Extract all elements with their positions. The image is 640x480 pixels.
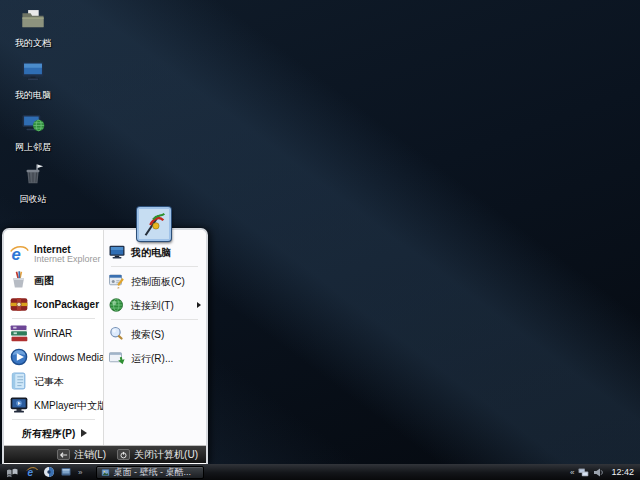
menu-item-label: 运行(R)... — [131, 353, 173, 364]
taskbar-window-button[interactable]: 桌面 - 壁纸 - 桌酷... — [96, 466, 204, 479]
quick-launch-overflow-chevron[interactable]: » — [76, 468, 84, 477]
taskbar-window-button-label: 桌面 - 壁纸 - 桌酷... — [113, 466, 191, 479]
desktop-icon-label: 我的文档 — [15, 37, 51, 50]
quick-launch-show-desktop-icon[interactable] — [59, 466, 72, 479]
start-menu-item-windows-media-player[interactable]: Windows Media Player — [9, 345, 103, 369]
start-menu-item-notepad[interactable]: 记事本 — [9, 369, 103, 393]
menu-item-label: 控制面板(C) — [131, 276, 185, 287]
menu-item-label: WinRAR — [34, 328, 72, 339]
start-menu-left-column: e Internet Internet Explorer 画图 — [4, 230, 103, 445]
all-programs-button[interactable]: 所有程序(P) — [9, 422, 103, 444]
winrar-icon — [9, 323, 29, 343]
desktop-icon-label: 我的电脑 — [15, 89, 51, 102]
network-places-icon — [20, 110, 46, 140]
quick-launch-media-player-icon[interactable] — [42, 466, 55, 479]
start-menu-item-my-computer[interactable]: 我的电脑 — [108, 240, 206, 264]
start-menu-item-paint[interactable]: 画图 — [9, 268, 103, 292]
power-icon — [117, 449, 130, 460]
menu-item-label: KMPlayer中文版 — [34, 400, 107, 411]
start-flag-icon — [6, 467, 19, 478]
all-programs-group: 所有程序(P) — [9, 417, 103, 444]
desktop-icon-label: 网上邻居 — [15, 141, 51, 154]
menu-separator — [111, 266, 198, 267]
menu-item-sublabel: Internet Explorer — [34, 255, 101, 265]
menu-item-label: 搜索(S) — [131, 329, 164, 340]
menu-item-label: 连接到(T) — [131, 300, 174, 311]
desktop-icon-label: 回收站 — [20, 193, 47, 206]
start-menu-footer: 注销(L) 关闭计算机(U) — [4, 446, 206, 463]
search-icon — [108, 325, 126, 343]
start-menu-item-run[interactable]: 运行(R)... — [108, 346, 206, 370]
system-tray: « 12:42 — [570, 467, 637, 478]
desktop-icon-list: 我的文档 我的电脑 网上邻居 回收站 — [4, 6, 62, 214]
paint-icon — [9, 270, 29, 290]
menu-item-label: 画图 — [34, 275, 54, 286]
menu-separator — [12, 318, 95, 319]
my-documents-icon — [20, 6, 46, 36]
tray-overflow-chevron[interactable]: « — [570, 468, 574, 477]
taskbar: e » 桌面 - 壁纸 - 桌酷... « 12:42 — [0, 464, 640, 480]
control-panel-icon — [108, 272, 126, 290]
kmplayer-icon — [9, 395, 29, 415]
internet-explorer-icon: e — [9, 244, 29, 264]
my-computer-icon — [108, 243, 126, 261]
menu-item-label: 记事本 — [34, 376, 64, 387]
quick-launch-internet-explorer-icon[interactable]: e — [25, 466, 38, 479]
menu-separator — [111, 319, 198, 320]
start-menu-right-column: 我的电脑 控制面板(C) 连接到(T) — [103, 230, 206, 445]
my-computer-icon — [20, 58, 46, 88]
connect-to-icon — [108, 296, 126, 314]
start-menu-item-kmplayer[interactable]: KMPlayer中文版 — [9, 393, 103, 417]
taskbar-clock[interactable]: 12:42 — [608, 467, 637, 477]
tray-volume-icon[interactable] — [593, 467, 604, 478]
desktop-icon-my-documents[interactable]: 我的文档 — [4, 6, 62, 58]
start-menu-item-search[interactable]: 搜索(S) — [108, 322, 206, 346]
desktop-icon-network-places[interactable]: 网上邻居 — [4, 110, 62, 162]
shut-down-label: 关闭计算机(U) — [134, 448, 198, 462]
start-menu-body: e Internet Internet Explorer 画图 — [4, 230, 206, 446]
user-avatar — [137, 207, 171, 241]
start-menu: e Internet Internet Explorer 画图 — [2, 228, 208, 464]
notepad-icon — [9, 371, 29, 391]
quick-launch-bar: e » — [21, 466, 88, 479]
desktop-icon-recycle-bin[interactable]: 回收站 — [4, 162, 62, 214]
start-menu-item-winrar[interactable]: WinRAR — [9, 321, 103, 345]
wallpaper-window-icon — [101, 468, 110, 477]
menu-item-label: Internet — [34, 244, 101, 255]
start-button[interactable] — [3, 465, 21, 479]
start-menu-item-control-panel[interactable]: 控制面板(C) — [108, 269, 206, 293]
shut-down-button[interactable]: 关闭计算机(U) — [117, 448, 198, 462]
start-menu-item-iconpackager[interactable]: IconPackager — [9, 292, 103, 316]
submenu-arrow-icon — [197, 302, 201, 308]
log-off-icon — [57, 449, 70, 460]
recycle-bin-icon — [20, 162, 46, 192]
menu-item-label: 我的电脑 — [131, 247, 171, 258]
run-icon — [108, 349, 126, 367]
log-off-button[interactable]: 注销(L) — [57, 448, 106, 462]
desktop-icon-my-computer[interactable]: 我的电脑 — [4, 58, 62, 110]
desktop: 我的文档 我的电脑 网上邻居 回收站 — [0, 0, 640, 480]
start-menu-item-internet[interactable]: e Internet Internet Explorer — [9, 240, 103, 268]
log-off-label: 注销(L) — [74, 448, 106, 462]
iconpackager-icon — [9, 294, 29, 314]
start-menu-item-connect-to[interactable]: 连接到(T) — [108, 293, 206, 317]
windows-media-player-icon — [9, 347, 29, 367]
menu-separator — [12, 419, 95, 420]
tray-network-icon[interactable] — [578, 467, 589, 478]
all-programs-label: 所有程序(P) — [22, 428, 75, 439]
menu-item-label: IconPackager — [34, 299, 99, 310]
all-programs-arrow-icon — [81, 429, 87, 437]
